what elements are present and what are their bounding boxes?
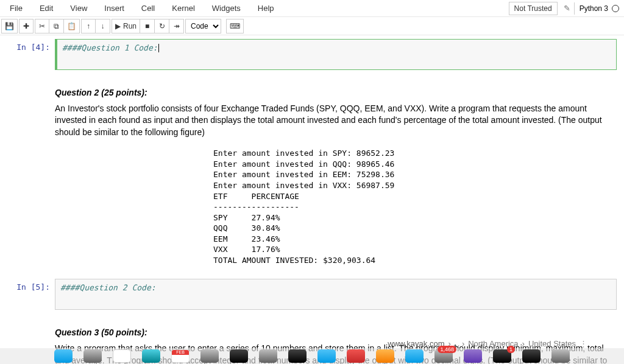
text-cursor (158, 44, 159, 52)
background-breadcrumb: www.kayak.com › ... › North America › Un… (388, 339, 587, 348)
notebook-area: In [4]: ####Question 1 Code: Question 2 … (0, 35, 624, 364)
restart-run-all-button[interactable]: ↠ (169, 19, 184, 33)
badge-count: 1,468 (438, 346, 456, 353)
kernel-indicator-icon (612, 5, 619, 12)
dock-app-icon[interactable] (83, 349, 102, 363)
menu-help[interactable]: Help (249, 0, 283, 17)
dock-word-icon[interactable] (405, 349, 424, 363)
q2-title: Question 2 (25 points): (55, 88, 147, 97)
menu-file[interactable]: File (1, 0, 31, 17)
dock-app-icon[interactable] (288, 349, 307, 363)
move-up-button[interactable]: ↑ (81, 19, 96, 33)
toolbar: 💾 ✚ ✂ ⧉ 📋 ↑ ↓ ▶Run ■ ↻ ↠ Code ⌨ (0, 17, 624, 35)
menu-cell[interactable]: Cell (133, 0, 163, 17)
dock-app-icon[interactable] (259, 349, 277, 363)
cell-type-select[interactable]: Code (185, 19, 221, 33)
dock-app-icon[interactable] (551, 349, 570, 363)
menu-bar: File Edit View Insert Cell Kernel Widget… (0, 0, 624, 17)
code-cell-4[interactable]: In [4]: ####Question 1 Code: (0, 39, 624, 70)
move-down-button[interactable]: ↓ (96, 19, 110, 33)
copy-button[interactable]: ⧉ (49, 19, 64, 33)
dock-app-icon[interactable] (376, 349, 394, 363)
cut-button[interactable]: ✂ (35, 19, 49, 33)
badge-count: 1 (507, 346, 515, 353)
menu-kernel[interactable]: Kernel (163, 0, 204, 17)
edit-icon[interactable]: ✎ (560, 4, 574, 13)
code-cell-5[interactable]: In [5]: ####Question 2 Code: (0, 279, 624, 310)
dock-app-icon[interactable] (142, 349, 160, 363)
cell-prompt: In [5]: (0, 279, 55, 310)
dock-terminal-icon[interactable] (522, 349, 541, 363)
dock: FEB 1,468 1 (0, 348, 624, 364)
dock-app-icon[interactable] (200, 349, 219, 363)
dock-finder-icon[interactable] (54, 349, 73, 363)
dock-app-icon[interactable] (113, 349, 131, 363)
q2-example-output: Enter amount invested in SPY: 89652.23 E… (55, 142, 617, 271)
dock-app-icon[interactable] (464, 349, 482, 363)
menu-insert[interactable]: Insert (96, 0, 133, 17)
code-input[interactable]: ####Question 2 Code: (55, 279, 617, 310)
q2-text: An Investor's stock portfolio consists o… (55, 103, 617, 139)
command-palette-button[interactable]: ⌨ (226, 19, 244, 33)
paste-button[interactable]: 📋 (64, 19, 80, 33)
q3-title: Question 3 (50 points): (55, 327, 147, 337)
restart-button[interactable]: ↻ (155, 19, 169, 33)
markdown-question-2[interactable]: Question 2 (25 points): An Investor's st… (0, 80, 624, 275)
run-button[interactable]: ▶Run (112, 19, 140, 33)
dock-app-icon[interactable] (230, 349, 248, 363)
dock-bluetooth-icon[interactable] (317, 349, 336, 363)
trust-status[interactable]: Not Trusted (509, 2, 558, 15)
menu-view[interactable]: View (62, 0, 96, 17)
menu-edit[interactable]: Edit (31, 0, 62, 17)
dock-app-icon[interactable] (347, 349, 365, 363)
crumb-country: United States (528, 339, 576, 348)
dock-app-icon[interactable]: 1,468 (434, 349, 453, 363)
cell-prompt: In [4]: (0, 39, 55, 70)
kernel-name: Python 3 (580, 4, 608, 13)
save-button[interactable]: 💾 (1, 19, 18, 33)
crumb-site: www.kayak.com (388, 339, 444, 348)
dock-calendar-icon[interactable]: FEB (171, 349, 190, 363)
code-input[interactable]: ####Question 1 Code: (55, 39, 617, 70)
menu-widgets[interactable]: Widgets (204, 0, 249, 17)
interrupt-button[interactable]: ■ (140, 19, 155, 33)
dock-app-icon[interactable]: 1 (493, 349, 511, 363)
insert-cell-button[interactable]: ✚ (19, 19, 34, 33)
